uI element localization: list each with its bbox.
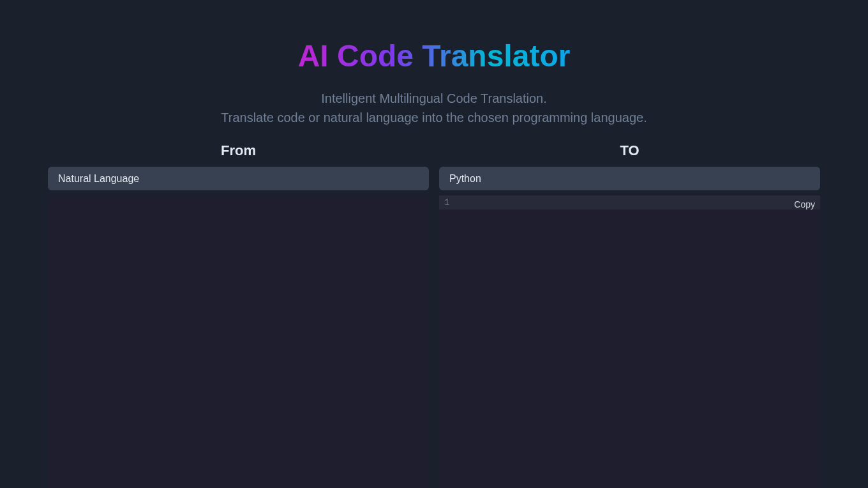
code-line-highlight: 1 — [439, 195, 820, 210]
to-label: TO — [439, 142, 820, 159]
line-number: 1 — [444, 197, 454, 208]
from-language-selector[interactable]: Natural Language — [48, 167, 429, 190]
from-editor — [48, 195, 429, 488]
from-label: From — [48, 142, 429, 159]
to-language-selector[interactable]: Python — [439, 167, 820, 190]
to-editor: 1 Copy — [439, 195, 820, 488]
subtitle-line-2: Translate code or natural language into … — [221, 108, 647, 127]
to-panel: TO Python 1 Copy — [439, 142, 820, 488]
copy-button[interactable]: Copy — [794, 199, 815, 210]
page-title: AI Code Translator — [298, 38, 571, 73]
subtitle-line-1: Intelligent Multilingual Code Translatio… — [221, 89, 647, 108]
from-input[interactable] — [53, 201, 424, 488]
page-subtitle: Intelligent Multilingual Code Translatio… — [221, 89, 647, 127]
from-panel: From Natural Language — [48, 142, 429, 488]
